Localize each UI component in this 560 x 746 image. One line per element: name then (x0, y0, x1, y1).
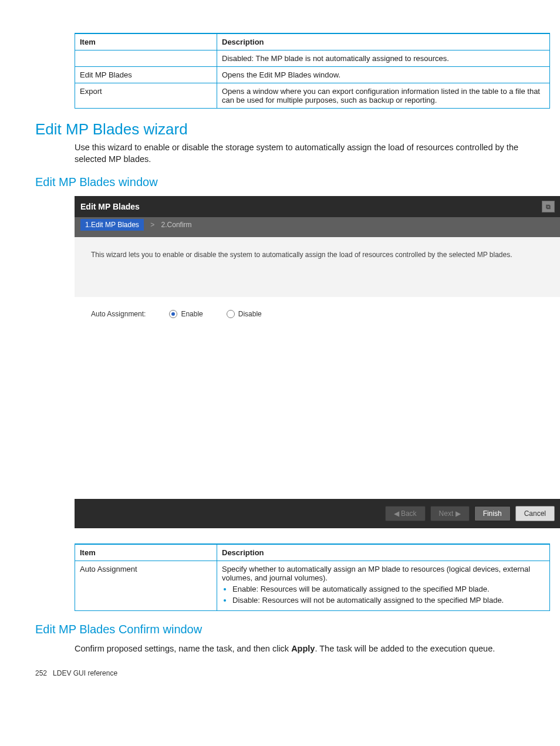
wizard-step-2: 2.Confirm (161, 221, 192, 229)
wizard-step-separator: > (150, 221, 154, 229)
page-number: 252 (35, 669, 47, 677)
table2-header-item: Item (75, 544, 217, 561)
item-description-table-2: Item Description Auto Assignment Specify… (75, 544, 550, 611)
radio-disable-label: Disable (238, 310, 262, 318)
radio-dot-icon (227, 310, 235, 318)
dialog-titlebar: Edit MP Blades ⧉ (75, 196, 560, 217)
item-description-table-1: Item Description Disabled: The MP blade … (75, 33, 550, 109)
back-button[interactable]: ◀ Back (385, 506, 426, 521)
wizard-options-area: Auto Assignment: Enable Disable (75, 297, 560, 499)
wizard-step-1[interactable]: 1.Edit MP Blades (80, 219, 144, 231)
dialog-title: Edit MP Blades (80, 202, 140, 211)
page-footer: 252 LDEV GUI reference (35, 669, 548, 677)
section-title-edit-mp-blades-wizard: Edit MP Blades wizard (35, 120, 548, 139)
table2-bullet-enable: Enable: Resources will be automatically … (232, 585, 545, 593)
footer-reference: LDEV GUI reference (53, 669, 117, 677)
radio-enable[interactable]: Enable (169, 310, 203, 318)
table2-desc-intro: Specify whether to automatically assign … (222, 565, 545, 582)
subsection-title-edit-mp-blades-window: Edit MP Blades window (35, 175, 548, 189)
table2-bullet-disable: Disable: Resources will not be automatic… (232, 596, 545, 605)
confirm-window-body: Confirm proposed settings, name the task… (75, 643, 548, 655)
table-row: Disabled: The MP blade is not automatica… (75, 50, 550, 67)
table1-header-desc: Description (217, 33, 550, 50)
window-button-icon[interactable]: ⧉ (542, 201, 555, 212)
table-row: Export Opens a window where you can expo… (75, 83, 550, 109)
table2-desc: Specify whether to automatically assign … (217, 561, 550, 611)
section-body: Use this wizard to enable or disable the… (75, 142, 548, 165)
cancel-button[interactable]: Cancel (515, 506, 555, 521)
finish-button[interactable]: Finish (474, 506, 511, 521)
radio-disable[interactable]: Disable (227, 310, 262, 318)
table2-item: Auto Assignment (75, 561, 217, 611)
table-row: Edit MP Blades Opens the Edit MP Blades … (75, 67, 550, 83)
subsection-title-confirm-window: Edit MP Blades Confirm window (35, 623, 548, 636)
radio-enable-label: Enable (181, 310, 203, 318)
wizard-description: This wizard lets you to enable or disabl… (75, 237, 560, 297)
radio-dot-icon (169, 310, 177, 318)
table2-header-desc: Description (217, 544, 550, 561)
table-row: Auto Assignment Specify whether to autom… (75, 561, 550, 611)
wizard-footer: ◀ Back Next ▶ Finish Cancel (75, 499, 560, 528)
edit-mp-blades-screenshot: Edit MP Blades ⧉ 1.Edit MP Blades > 2.Co… (75, 196, 560, 528)
wizard-steps: 1.Edit MP Blades > 2.Confirm (75, 217, 560, 237)
table1-header-item: Item (75, 33, 217, 50)
auto-assignment-label: Auto Assignment: (91, 310, 146, 318)
next-button[interactable]: Next ▶ (430, 506, 470, 521)
